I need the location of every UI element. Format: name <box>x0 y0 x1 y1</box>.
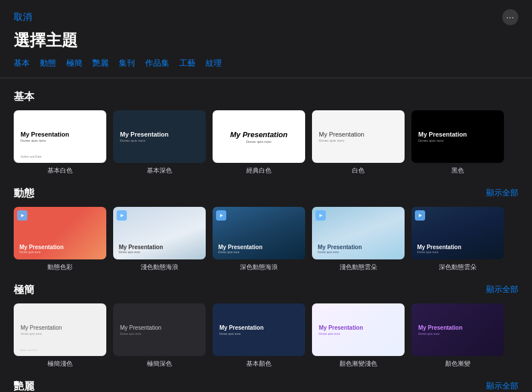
template-classic-white-thumb: My Presentation Donec quis nunc <box>213 110 305 163</box>
template-classic-white[interactable]: My Presentation Donec quis nunc 經典白色 <box>213 110 305 175</box>
section-basic-title: 基本 <box>14 90 34 103</box>
section-basic: 基本 My Presentation Donec quis nunc Autho… <box>14 90 518 175</box>
basic-template-row: My Presentation Donec quis nunc Author a… <box>14 110 518 175</box>
thumb-title: My Presentation <box>418 131 497 138</box>
template-simple-dark[interactable]: My Presentation Donec quis nunc 極簡深色 <box>113 303 206 368</box>
thumb-cloud-light-bg: My Presentation Donec quis nunc <box>312 207 405 259</box>
template-cloud-light[interactable]: My Presentation Donec quis nunc 淺色動態雲朵 <box>312 207 405 271</box>
template-cloud-deep[interactable]: My Presentation Donec quis nunc 深色動態雲朵 <box>411 207 504 271</box>
template-wave-deep-label: 深色動態海浪 <box>240 263 278 271</box>
template-simple-light[interactable]: My Presentation Donec quis nunc Author a… <box>14 303 106 368</box>
template-simple-light-label: 極簡淺色 <box>47 359 73 368</box>
section-dynamic-header: 動態 顯示全部 <box>14 186 518 200</box>
content-area: 基本 My Presentation Donec quis nunc Autho… <box>0 78 532 392</box>
section-dynamic-title: 動態 <box>14 186 34 200</box>
tab-basic[interactable]: 基本 <box>14 58 30 69</box>
more-icon: ··· <box>506 13 515 21</box>
template-gradient-dark[interactable]: My Presentation Donec quis nunc 顏色漸變 <box>411 303 504 368</box>
thumb-subtitle: Donec quis nunc <box>119 250 200 254</box>
thumb-basic-blue-bg: My Presentation Donec quis nunc <box>113 110 206 163</box>
template-black-label: 黑色 <box>451 166 464 175</box>
thumb-gradient-light-bg: My Presentation Donec quis nunc <box>312 303 405 356</box>
template-cloud-light-thumb: My Presentation Donec quis nunc <box>312 207 405 259</box>
template-basic-white-label: 基本白色 <box>47 166 73 175</box>
tab-texture[interactable]: 紋理 <box>206 58 222 69</box>
template-simple-dark-label: 極簡深色 <box>147 359 172 368</box>
template-basic-dark-thumb: My Presentation Donec quis nunc <box>113 110 206 163</box>
thumb-classic-white-bg: My Presentation Donec quis nunc <box>213 110 305 163</box>
section-glamorous-title: 艷麗 <box>14 379 34 392</box>
play-icon <box>315 210 326 221</box>
thumb-subtitle: Donec quis nunc <box>19 250 101 254</box>
play-icon <box>17 210 27 221</box>
template-cloud-light-label: 淺色動態雲朵 <box>339 263 377 271</box>
minimal-template-row: My Presentation Donec quis nunc Author a… <box>14 303 518 368</box>
tab-craft[interactable]: 工藝 <box>179 58 195 69</box>
tab-dynamic[interactable]: 動態 <box>40 58 56 69</box>
template-white-thumb: My Presentation Donec quis nunc <box>312 110 405 163</box>
thumb-subtitle: Donec quis nunc <box>417 250 498 254</box>
thumb-wave-light-bg: My Presentation Donec quis nunc <box>113 207 206 259</box>
thumb-title: My Presentation <box>319 325 398 331</box>
thumb-author: Author and Date <box>21 155 41 158</box>
template-wave-deep-thumb: My Presentation Donec quis nunc <box>213 207 305 259</box>
template-simple-dark-thumb: My Presentation Donec quis nunc <box>113 303 206 356</box>
template-basic-white-thumb: My Presentation Donec quis nunc Author a… <box>14 110 106 163</box>
thumb-title: My Presentation <box>21 325 99 331</box>
thumb-subtitle: Donec quis nunc <box>219 332 298 335</box>
section-glamorous: 艷麗 顯示全部 MY PRESENTATION MYPRESENTATION <box>14 379 518 392</box>
template-white[interactable]: My Presentation Donec quis nunc 白色 <box>312 110 405 175</box>
template-simple-navy-label: 基本顏色 <box>246 359 271 368</box>
more-button[interactable]: ··· <box>502 9 518 25</box>
nav-tabs: 基本 動態 極簡 艷麗 集刊 作品集 工藝 紋理 <box>0 58 532 78</box>
dynamic-template-row: My Presentation Donec quis nunc 動態色彩 My … <box>14 207 518 271</box>
tab-minimal[interactable]: 極簡 <box>66 58 82 69</box>
template-basic-dark-label: 基本深色 <box>147 166 172 175</box>
thumb-subtitle: Donec quis nunc <box>418 139 497 142</box>
template-wave-light-label: 淺色動態海浪 <box>141 263 178 271</box>
thumb-title: My Presentation <box>119 244 200 250</box>
show-all-glamorous-button[interactable]: 顯示全部 <box>486 381 518 391</box>
thumb-simple-light-bg: My Presentation Donec quis nunc Author a… <box>14 303 106 356</box>
cancel-button[interactable]: 取消 <box>14 11 32 23</box>
template-cloud-deep-thumb: My Presentation Donec quis nunc <box>411 207 504 259</box>
template-simple-light-thumb: My Presentation Donec quis nunc Author a… <box>14 303 106 356</box>
template-white-label: 白色 <box>352 166 365 175</box>
play-icon <box>117 210 127 221</box>
thumb-basic-white-bg: My Presentation Donec quis nunc Author a… <box>14 110 106 163</box>
section-glamorous-header: 艷麗 顯示全部 <box>14 379 518 392</box>
section-dynamic: 動態 顯示全部 My Presentation Donec quis nunc … <box>14 186 518 271</box>
thumb-subtitle: Donec quis nunc <box>120 139 199 142</box>
thumb-title: My Presentation <box>19 244 101 250</box>
thumb-wave-deep-bg: My Presentation Donec quis nunc <box>213 207 305 259</box>
thumb-subtitle: Donec quis nunc <box>418 332 497 335</box>
template-wave-light[interactable]: My Presentation Donec quis nunc 淺色動態海浪 <box>113 207 206 271</box>
template-gradient-dark-thumb: My Presentation Donec quis nunc <box>411 303 504 356</box>
template-gradient-light-label: 顏色漸變淺色 <box>339 359 377 368</box>
template-anim-color[interactable]: My Presentation Donec quis nunc 動態色彩 <box>14 207 106 271</box>
template-basic-dark[interactable]: My Presentation Donec quis nunc 基本深色 <box>113 110 206 175</box>
template-black[interactable]: My Presentation Donec quis nunc 黑色 <box>411 110 504 175</box>
thumb-subtitle: Donec quis nunc <box>318 250 399 254</box>
template-gradient-light-thumb: My Presentation Donec quis nunc <box>312 303 405 356</box>
thumb-anim-color-bg: My Presentation Donec quis nunc <box>14 207 106 259</box>
template-basic-white[interactable]: My Presentation Donec quis nunc Author a… <box>14 110 106 175</box>
show-all-dynamic-button[interactable]: 顯示全部 <box>486 188 518 198</box>
tab-portfolio[interactable]: 集刊 <box>119 58 135 69</box>
template-wave-deep[interactable]: My Presentation Donec quis nunc 深色動態海浪 <box>213 207 305 271</box>
show-all-minimal-button[interactable]: 顯示全部 <box>486 285 518 295</box>
tab-works[interactable]: 作品集 <box>145 58 169 69</box>
thumb-simple-dark-bg: My Presentation Donec quis nunc <box>113 303 206 356</box>
header: 取消 ··· <box>0 0 532 30</box>
thumb-title: My Presentation <box>417 244 498 250</box>
template-anim-color-thumb: My Presentation Donec quis nunc <box>14 207 106 259</box>
template-wave-light-thumb: My Presentation Donec quis nunc <box>113 207 206 259</box>
play-icon <box>415 210 425 221</box>
tab-glamorous[interactable]: 艷麗 <box>93 58 109 69</box>
thumb-author: Author and Date <box>21 349 37 351</box>
section-minimal-header: 極簡 顯示全部 <box>14 283 518 297</box>
thumb-title: My Presentation <box>120 325 199 331</box>
template-simple-navy[interactable]: My Presentation Donec quis nunc 基本顏色 <box>213 303 305 368</box>
thumb-subtitle: Donec quis nunc <box>218 250 299 254</box>
template-gradient-light[interactable]: My Presentation Donec quis nunc 顏色漸變淺色 <box>312 303 405 368</box>
